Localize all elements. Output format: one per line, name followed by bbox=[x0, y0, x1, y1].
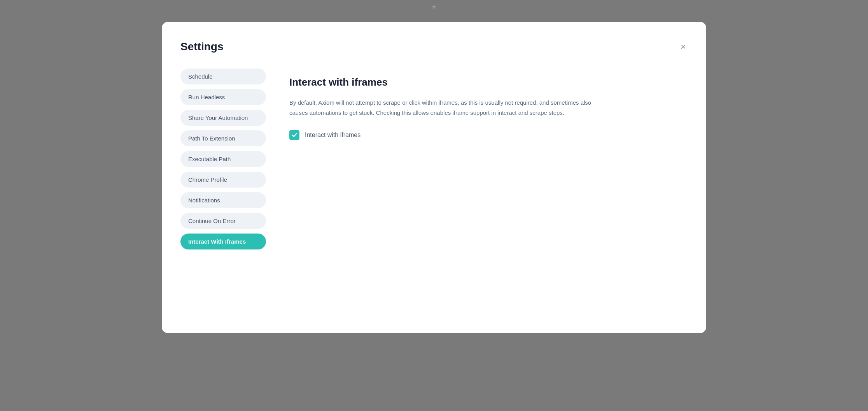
settings-modal: Settings × Schedule Run Headless Share Y… bbox=[162, 22, 706, 333]
sidebar-item-schedule[interactable]: Schedule bbox=[180, 68, 266, 84]
top-bar: + bbox=[0, 0, 868, 14]
sidebar-item-share-your-automation[interactable]: Share Your Automation bbox=[180, 110, 266, 126]
add-tab-icon[interactable]: + bbox=[432, 3, 436, 11]
sidebar: Schedule Run Headless Share Your Automat… bbox=[180, 68, 266, 314]
iframe-checkbox[interactable] bbox=[289, 130, 299, 140]
sidebar-item-interact-with-iframes[interactable]: Interact With Iframes bbox=[180, 234, 266, 249]
modal-title: Settings bbox=[180, 40, 223, 53]
sidebar-item-executable-path[interactable]: Executable Path bbox=[180, 151, 266, 167]
content-panel: Interact with iframes By default, Axiom … bbox=[289, 68, 688, 314]
modal-header: Settings × bbox=[180, 40, 688, 53]
close-icon: × bbox=[681, 42, 686, 51]
content-title: Interact with iframes bbox=[289, 76, 688, 88]
checkbox-label: Interact with iframes bbox=[305, 132, 360, 139]
content-description: By default, Axiom will not attempt to sc… bbox=[289, 98, 608, 118]
sidebar-item-notifications[interactable]: Notifications bbox=[180, 192, 266, 208]
checkbox-row: Interact with iframes bbox=[289, 130, 688, 140]
sidebar-item-chrome-profile[interactable]: Chrome Profile bbox=[180, 172, 266, 188]
sidebar-item-path-to-extension[interactable]: Path To Extension bbox=[180, 130, 266, 146]
sidebar-item-run-headless[interactable]: Run Headless bbox=[180, 89, 266, 105]
modal-overlay: Settings × Schedule Run Headless Share Y… bbox=[0, 14, 868, 411]
modal-body: Schedule Run Headless Share Your Automat… bbox=[180, 68, 688, 314]
sidebar-item-continue-on-error[interactable]: Continue On Error bbox=[180, 213, 266, 229]
close-button[interactable]: × bbox=[679, 40, 688, 53]
checkmark-icon bbox=[291, 132, 298, 138]
